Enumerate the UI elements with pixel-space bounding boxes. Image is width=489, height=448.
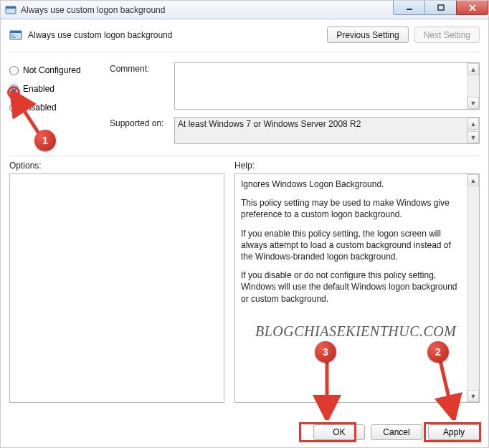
supported-on-field	[175, 118, 467, 143]
cancel-button[interactable]: Cancel	[371, 424, 422, 440]
supported-on-wrap: ▲ ▼	[174, 117, 480, 144]
header-title: Always use custom logon background	[28, 30, 172, 40]
maximize-button[interactable]	[424, 1, 457, 15]
help-pane: Ignores Windows Logon Background. This p…	[234, 173, 480, 403]
radio-label: Disabled	[23, 103, 57, 113]
radio-disabled-input[interactable]	[9, 103, 19, 113]
options-label: Options:	[9, 161, 224, 171]
svg-rect-9	[11, 37, 16, 38]
svg-rect-7	[10, 31, 22, 33]
scrollbar[interactable]: ▲ ▼	[467, 63, 479, 109]
policy-icon	[9, 29, 22, 42]
svg-rect-8	[11, 34, 14, 36]
comment-label: Comment:	[110, 62, 174, 74]
radio-label: Not Configured	[23, 65, 81, 75]
radio-not-configured-input[interactable]	[9, 66, 19, 75]
comment-field[interactable]	[175, 63, 467, 109]
help-paragraph: This policy setting may be used to make …	[241, 197, 461, 220]
window-title: Always use custom logon background	[21, 5, 165, 15]
state-radios: Not Configured Enabled Disabled	[9, 62, 110, 151]
minimize-button[interactable]	[393, 1, 425, 15]
scroll-down-icon[interactable]: ▼	[467, 97, 479, 109]
app-icon	[5, 4, 16, 16]
previous-setting-button[interactable]: Previous Setting	[327, 27, 408, 43]
radio-enabled-input[interactable]	[9, 85, 19, 94]
options-pane	[9, 173, 224, 403]
svg-rect-1	[6, 6, 16, 9]
header: Always use custom logon background Previ…	[1, 19, 488, 47]
apply-button[interactable]: Apply	[428, 424, 480, 440]
radio-label: Enabled	[23, 84, 54, 94]
radio-enabled[interactable]: Enabled	[9, 84, 110, 94]
svg-rect-3	[438, 5, 444, 10]
help-content: Ignores Windows Logon Background. This p…	[235, 174, 467, 402]
scroll-down-icon[interactable]: ▼	[467, 390, 479, 402]
divider	[9, 156, 480, 156]
next-setting-button[interactable]: Next Setting	[414, 27, 480, 43]
supported-on-label: Supported on:	[110, 117, 174, 128]
scrollbar[interactable]: ▲ ▼	[467, 118, 479, 143]
help-paragraph: If you disable or do not configure this …	[241, 270, 461, 305]
footer-buttons: OK Cancel Apply	[313, 424, 480, 440]
scrollbar[interactable]: ▲ ▼	[467, 174, 479, 402]
close-button[interactable]	[456, 1, 488, 15]
titlebar: Always use custom logon background	[1, 1, 488, 19]
comment-field-wrap: ▲ ▼	[174, 62, 480, 110]
help-label: Help:	[234, 161, 480, 171]
scroll-down-icon[interactable]: ▼	[467, 131, 479, 143]
help-paragraph: Ignores Windows Logon Background.	[241, 178, 461, 190]
ok-button[interactable]: OK	[313, 424, 365, 440]
scroll-up-icon[interactable]: ▲	[467, 174, 479, 186]
divider	[9, 52, 480, 52]
radio-disabled[interactable]: Disabled	[9, 103, 110, 113]
help-paragraph: If you enable this policy setting, the l…	[241, 228, 461, 263]
scroll-up-icon[interactable]: ▲	[467, 118, 479, 130]
options-content	[10, 174, 224, 402]
radio-not-configured[interactable]: Not Configured	[9, 65, 110, 75]
scroll-up-icon[interactable]: ▲	[467, 63, 479, 75]
